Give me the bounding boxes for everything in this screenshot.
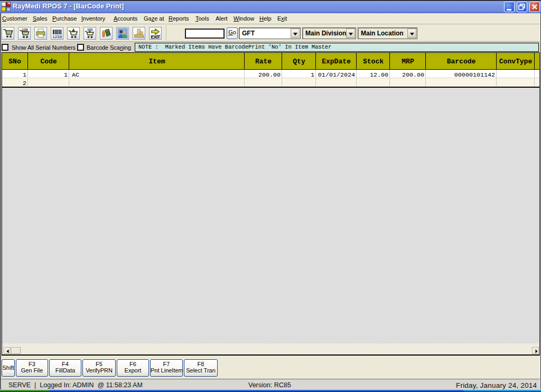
svg-text:1234: 1234 xyxy=(52,35,62,39)
svg-text:EXIT: EXIT xyxy=(151,34,161,40)
svg-text:123: 123 xyxy=(87,28,93,31)
svg-text:123: 123 xyxy=(22,28,28,32)
